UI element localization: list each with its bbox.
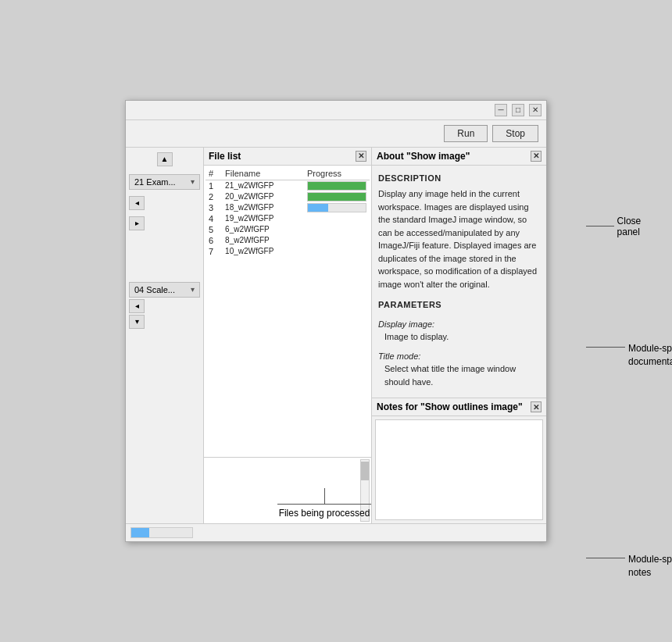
table-row[interactable]: 68_w2WfGFP (206, 235, 370, 246)
scroll-up-button[interactable]: ▲ (157, 152, 173, 166)
expand-down-button[interactable]: ▾ (129, 315, 145, 329)
sidebar-item-exam-label: 21 Exam... (134, 177, 176, 187)
table-row[interactable]: 220_w2WfGFP (206, 191, 370, 202)
file-progress (304, 235, 370, 246)
file-num: 6 (206, 235, 222, 246)
file-list-close-button[interactable]: ✕ (356, 151, 366, 162)
collapse-left-button[interactable]: ◂ (129, 196, 145, 210)
file-progress (304, 202, 370, 213)
file-list-title: File list (209, 151, 241, 162)
file-progress (304, 246, 370, 257)
notes-panel: Notes for "Show outlines image" ✕ (372, 398, 546, 523)
module-notes-label: Module-specificnotes (628, 553, 672, 580)
main-content: ▲ 21 Exam... ▾ ◂ ▸ 04 Scale... ▾ ◂ ▾ (126, 148, 546, 524)
file-name: 20_w2WfGFP (222, 191, 304, 202)
module-doc-annotation: Module-specificdocumentation (586, 342, 672, 369)
stop-button[interactable]: Stop (492, 125, 538, 142)
sidebar-item-scale-label: 04 Scale... (134, 285, 175, 294)
notes-textarea[interactable] (375, 419, 543, 520)
chevron-down2-icon: ▾ (191, 285, 195, 294)
param1-text: Image to display. (378, 330, 540, 344)
close-panel-annotation: Close panel (586, 216, 652, 237)
description-title: About "Show image" (377, 151, 470, 162)
table-row[interactable]: 318_w2WfGFP (206, 202, 370, 213)
file-num: 3 (206, 202, 222, 213)
description-panel: About "Show image" ✕ DESCRIPTION Display… (372, 148, 546, 399)
collapse-left2-button[interactable]: ◂ (129, 299, 145, 313)
description-section-title: DESCRIPTION (378, 172, 540, 185)
description-close-button[interactable]: ✕ (531, 151, 542, 162)
left-sidebar: ▲ 21 Exam... ▾ ◂ ▸ 04 Scale... ▾ ◂ ▾ (126, 148, 204, 524)
sidebar-item-exam[interactable]: 21 Exam... ▾ (129, 174, 200, 190)
notes-body (372, 416, 546, 523)
col-progress: Progress (304, 167, 370, 180)
description-header: About "Show image" ✕ (372, 148, 546, 166)
close-panel-label: Close panel (617, 216, 652, 237)
close-button[interactable]: ✕ (529, 104, 542, 116)
file-progress (304, 213, 370, 224)
file-name: 19_w2WfGFP (222, 213, 304, 224)
minimize-button[interactable]: ─ (495, 104, 507, 116)
file-table: # Filename Progress 121_w2WfGFP220_w2WfG… (204, 166, 371, 458)
parameters-section-title: PARAMETERS (378, 298, 540, 312)
files-label: Files being processed (279, 508, 370, 519)
param2-text: Select what title the image window shoul… (378, 362, 540, 388)
bottom-bar (126, 523, 546, 541)
file-progress (304, 224, 370, 235)
file-scrollbar-thumb[interactable] (361, 462, 369, 480)
table-row[interactable]: 121_w2WfGFP (206, 180, 370, 191)
file-num: 5 (206, 224, 222, 235)
description-text: Display any image held in the current wo… (378, 187, 540, 291)
notes-header: Notes for "Show outlines image" ✕ (372, 398, 546, 416)
module-notes-annotation: Module-specificnotes (586, 553, 672, 580)
notes-title: Notes for "Show outlines image" (377, 401, 523, 412)
run-button[interactable]: Run (444, 125, 488, 142)
param1-title: Display image: (378, 318, 540, 331)
global-progress-bar (130, 527, 193, 538)
col-num: # (206, 167, 222, 180)
file-name: 6_w2WfGFP (222, 224, 304, 235)
file-name: 10_w2WfGFP (222, 246, 304, 257)
expand-right-button[interactable]: ▸ (129, 216, 145, 230)
file-list-panel: File list ✕ # Filename Progress (204, 148, 372, 524)
file-num: 1 (206, 180, 222, 191)
file-list-header: File list ✕ (204, 148, 371, 166)
module-doc-label: Module-specificdocumentation (628, 342, 672, 369)
toolbar: Run Stop (126, 120, 546, 148)
param2-title: Title mode: (378, 350, 540, 363)
sidebar-item-scale[interactable]: 04 Scale... ▾ (129, 282, 200, 298)
table-row[interactable]: 710_w2WfGFP (206, 246, 370, 257)
global-progress-fill (131, 528, 149, 537)
file-num: 4 (206, 213, 222, 224)
chevron-down-icon: ▾ (191, 177, 195, 186)
col-filename: Filename (222, 167, 304, 180)
file-name: 8_w2WfGFP (222, 235, 304, 246)
files-annotation: Files being processed (277, 488, 371, 519)
file-name: 21_w2WfGFP (222, 180, 304, 191)
title-bar: ─ □ ✕ (126, 101, 546, 120)
maximize-button[interactable]: □ (512, 104, 524, 116)
file-progress (304, 191, 370, 202)
file-num: 2 (206, 191, 222, 202)
table-row[interactable]: 419_w2WfGFP (206, 213, 370, 224)
main-window: ─ □ ✕ Run Stop ▲ 21 Exam... ▾ ◂ ▸ (125, 100, 547, 543)
file-progress (304, 180, 370, 191)
description-body: DESCRIPTION Display any image held in th… (372, 166, 546, 398)
file-name: 18_w2WfGFP (222, 202, 304, 213)
right-panels: About "Show image" ✕ DESCRIPTION Display… (372, 148, 546, 524)
table-row[interactable]: 56_w2WfGFP (206, 224, 370, 235)
file-num: 7 (206, 246, 222, 257)
notes-close-button[interactable]: ✕ (531, 401, 542, 412)
